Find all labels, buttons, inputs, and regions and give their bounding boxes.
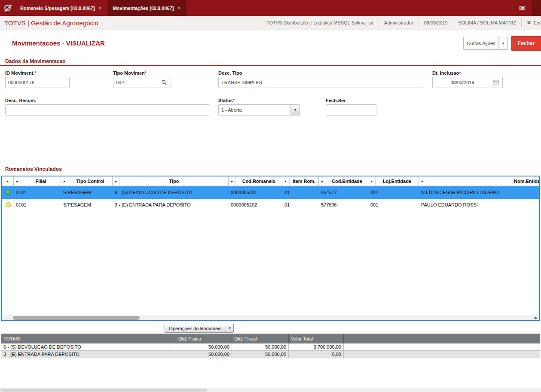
cell-cod-entidade: 054577: [319, 186, 368, 198]
search-icon[interactable]: [160, 77, 168, 88]
scrollbar-thumb[interactable]: [0, 389, 207, 392]
close-icon[interactable]: ×: [178, 5, 181, 11]
romaneios-grid: ▸ ▸Filial ▸Tipo Control ▸Tipo ▸Cod.Roman…: [1, 176, 540, 321]
grid-header-loj-entidade[interactable]: ▸Loj.Entidade: [368, 176, 419, 186]
topbar-spacer: [186, 0, 513, 16]
cell-nom-entidade: NILTON CESAR PICCIRILLI BUENO: [419, 186, 540, 198]
cell-nom-entidade: PAULO EDUARDO ROSSI: [419, 199, 540, 211]
cell-tipo: 3 - (E) ENTRADA PARA DEPOSITO: [113, 199, 229, 211]
required-mark: *: [459, 70, 461, 76]
tab-label: Movimentações [02.9.0067]: [113, 6, 174, 11]
desc-tipo-field[interactable]: TRANSF SIMPLES: [218, 77, 423, 88]
fech-ser-label: Fech.Ser.: [326, 98, 347, 103]
grid-header-row: ▸ ▸Filial ▸Tipo Control ▸Tipo ▸Cod.Roman…: [2, 176, 540, 186]
totals-row: 6 - (S) DEVOLUCAO DE DEPOSITO 50.000,00 …: [1, 343, 540, 351]
totals-cell-label: 3 - (E) ENTRADA PARA DEPOSITO: [1, 351, 176, 358]
environment-label: TOTVS Distribuição e Logística MSSQL Sol…: [261, 19, 379, 26]
totals-cell-qtd-fisica: 50.000,00: [176, 351, 232, 358]
chevron-down-icon[interactable]: ▼: [290, 105, 300, 115]
row-status-cell: [2, 186, 14, 198]
desc-resum-field[interactable]: [5, 104, 209, 115]
grid-horizontal-scrollbar[interactable]: ▶: [2, 315, 539, 320]
totals-cell-qtd-fiscal: 50.000,00: [232, 343, 289, 350]
totals-cell-empty: [344, 351, 540, 358]
sort-arrow-icon: ▸: [4, 176, 12, 186]
totals-cell-valor-total: 3.700.000,00: [289, 343, 344, 350]
app-header: TOTVS | Gestão de Agronegócio TOTVS Dist…: [0, 16, 541, 30]
grid-header-cod-entidade[interactable]: ▸Cod.Entidade: [319, 176, 368, 186]
required-mark: *: [233, 98, 235, 103]
required-mark: *: [145, 70, 147, 76]
cell-filial: 0101: [14, 199, 61, 211]
grid-header-tipo-control[interactable]: ▸Tipo Control: [61, 176, 113, 186]
chevron-down-icon[interactable]: ▼: [226, 324, 233, 332]
totals-cell-qtd-fisica: 50.000,00: [176, 343, 232, 350]
fechar-button[interactable]: Fechar: [511, 36, 541, 51]
grid-header-status[interactable]: ▸: [2, 176, 14, 186]
page-horizontal-scrollbar[interactable]: [0, 388, 541, 392]
grid-header-nom-entidade[interactable]: ▸Nom.Entidade: [419, 176, 540, 186]
calendar-icon[interactable]: [492, 77, 500, 88]
cell-filial: 0101: [14, 186, 61, 198]
status-label: Status*: [218, 98, 235, 103]
status-select[interactable]: 1 - Aberta ▼: [218, 104, 300, 115]
grid-header-item-rom[interactable]: ▸Item Rom.: [282, 176, 319, 186]
dt-inclusao-field[interactable]: 08/03/2019: [432, 77, 503, 88]
table-row[interactable]: 0101 S/PESAGEM 6 - (S) DEVOLUCAO DE DEPO…: [2, 186, 540, 199]
id-moviment-field[interactable]: 0000000178: [5, 77, 70, 88]
cell-tipo-control: S/PESAGEM: [61, 186, 113, 198]
scrollbar-thumb[interactable]: [13, 316, 140, 320]
dt-inclusao-label: Dt. Inclusao*: [432, 70, 461, 76]
screen: Romaneio S/pesagem [02.9.0067] × Movimen…: [0, 0, 541, 392]
sort-arrow-icon: ▸: [14, 176, 21, 186]
topbar-corner: [532, 0, 541, 16]
exit-label: Exit: [534, 20, 541, 25]
scroll-right-icon[interactable]: ▶: [535, 316, 538, 320]
cell-cod-romaneio: 0000005201: [229, 186, 282, 198]
section-title-dados: Dados da Movimentacao: [5, 58, 66, 64]
fech-ser-field[interactable]: [326, 104, 376, 115]
totals-cell-qtd-fiscal: 50.000,00: [232, 351, 289, 358]
exit-button[interactable]: ✕ Exit: [521, 19, 541, 26]
totals-table: TOTAIS Qtd. Fisica Qtd. Fiscal Valor Tot…: [1, 334, 540, 358]
desc-tipo-label: Desc. Tipo: [218, 70, 242, 76]
sort-arrow-icon: ▸: [419, 176, 426, 186]
table-row[interactable]: 0101 S/PESAGEM 3 - (E) ENTRADA PARA DEPO…: [2, 199, 540, 211]
other-actions-button[interactable]: Outras Ações ▼: [463, 37, 508, 50]
cell-tipo-control: S/PESAGEM: [61, 199, 113, 211]
totals-cell-label: 6 - (S) DEVOLUCAO DE DEPOSITO: [1, 343, 176, 350]
sort-arrow-icon: ▸: [282, 176, 290, 186]
totvs-logo-circle: [4, 5, 11, 11]
app-header-right: TOTVS Distribuição e Logística MSSQL Sol…: [261, 16, 541, 30]
cell-cod-entidade: 577606: [319, 199, 368, 211]
tab-label: Romaneio S/pesagem [02.9.0067]: [20, 6, 95, 11]
status-yellow-icon: [6, 202, 11, 207]
totals-header-valor-total: Valor Total: [289, 334, 344, 343]
grid-header-filial[interactable]: ▸Filial: [14, 176, 61, 186]
grid-header-cod-romaneio[interactable]: ▸Cod.Romaneio: [229, 176, 282, 186]
desc-resum-label: Desc. Resum.: [5, 98, 36, 103]
close-icon[interactable]: ×: [99, 5, 102, 11]
row-status-cell: [2, 199, 14, 211]
chevron-down-icon[interactable]: ▼: [499, 42, 507, 46]
section-title-romaneios: Romaneios Vinculados: [5, 166, 62, 172]
topbar: Romaneio S/pesagem [02.9.0067] × Movimen…: [0, 0, 541, 16]
cell-item-rom: 01: [282, 199, 319, 211]
cell-tipo: 6 - (S) DEVOLUCAO DE DEPOSITO: [113, 186, 229, 198]
totals-cell-valor-total: 0,00: [289, 351, 344, 358]
operacoes-label: Operações do Romaneio: [165, 326, 226, 331]
required-mark: *: [34, 70, 36, 76]
totals-header-qtd-fisica: Qtd. Fisica: [176, 334, 232, 343]
tipo-movimen-field[interactable]: 002: [113, 77, 171, 88]
company-label: SOLIMA / SOLIMA MATRIZ: [453, 19, 521, 26]
grid-header-tipo[interactable]: ▸Tipo: [113, 176, 229, 186]
mail-icon[interactable]: ✉: [513, 0, 532, 16]
status-green-icon: [6, 190, 11, 195]
tab-romaneio-spesagem[interactable]: Romaneio S/pesagem [02.9.0067] ×: [15, 0, 107, 16]
tab-movimentacoes[interactable]: Movimentações [02.9.0067] ×: [107, 0, 186, 16]
totals-cell-empty: [344, 343, 540, 350]
sort-arrow-icon: ▸: [319, 176, 326, 186]
operacoes-romaneio-button[interactable]: Operações do Romaneio ▼: [165, 324, 234, 333]
cell-loj-entidade: 002: [368, 186, 419, 198]
totals-header-totais: TOTAIS: [1, 334, 176, 343]
